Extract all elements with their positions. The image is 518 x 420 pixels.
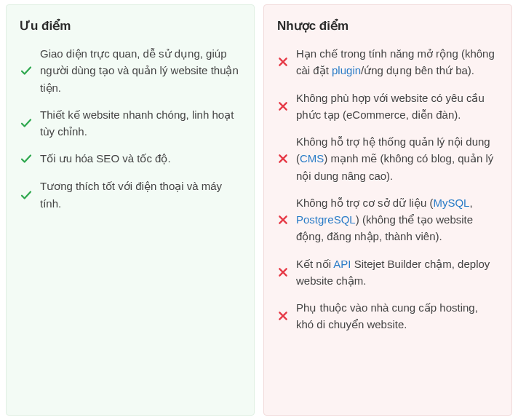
list-item: Giao diện trực quan, dễ sử dụng, giúp ng… [20,45,241,96]
cross-icon [277,98,289,115]
item-text: Tối ưu hóa SEO và tốc độ. [40,150,241,167]
list-item: Kết nối API Sitejet Builder chậm, deploy… [277,255,498,290]
list-item: Thiết kế website nhanh chóng, linh hoạt … [20,106,241,140]
list-item: Tương thích tốt với điện thoại và máy tí… [20,178,241,212]
list-item: Phụ thuộc vào nhà cung cấp hosting, khó … [277,299,498,333]
inline-link[interactable]: API [333,258,351,270]
item-text: Giao diện trực quan, dễ sử dụng, giúp ng… [40,45,241,96]
pros-list: Giao diện trực quan, dễ sử dụng, giúp ng… [20,45,241,212]
check-icon [20,150,33,167]
pros-title: Ưu điểm [20,18,241,33]
item-text: Phụ thuộc vào nhà cung cấp hosting, khó … [296,299,498,333]
check-icon [20,186,33,204]
list-item: Không phù hợp với website có yêu cầu phứ… [277,90,498,124]
inline-link[interactable]: MySQL [433,197,469,209]
cross-icon [277,264,289,281]
item-text: Không hỗ trợ hệ thống quản lý nội dung (… [296,133,498,184]
cons-title: Nhược điểm [277,18,498,33]
list-item: Không hỗ trợ cơ sở dữ liệu (MySQL, Postg… [277,194,498,245]
item-text: Kết nối API Sitejet Builder chậm, deploy… [296,255,498,290]
item-text: Hạn chế trong tính năng mở rộng (không c… [296,45,498,79]
list-item: Không hỗ trợ hệ thống quản lý nội dung (… [277,133,498,184]
cons-list: Hạn chế trong tính năng mở rộng (không c… [277,45,498,333]
item-text: Không hỗ trợ cơ sở dữ liệu (MySQL, Postg… [296,194,498,245]
inline-link[interactable]: PostgreSQL [296,213,356,226]
cons-panel: Nhược điểm Hạn chế trong tính năng mở rộ… [263,4,512,416]
list-item: Hạn chế trong tính năng mở rộng (không c… [277,45,498,79]
item-text: Tương thích tốt với điện thoại và máy tí… [40,178,241,212]
cross-icon [277,53,289,71]
cross-icon [277,211,289,229]
inline-link[interactable]: plugin [332,64,361,76]
check-icon [20,62,33,79]
inline-link[interactable]: CMS [300,152,324,165]
check-icon [20,114,33,132]
list-item: Tối ưu hóa SEO và tốc độ. [20,150,241,167]
item-text: Không phù hợp với website có yêu cầu phứ… [296,90,498,124]
item-text: Thiết kế website nhanh chóng, linh hoạt … [40,106,241,140]
cross-icon [277,150,289,167]
pros-panel: Ưu điểm Giao diện trực quan, dễ sử dụng,… [6,4,255,416]
cross-icon [277,307,289,325]
